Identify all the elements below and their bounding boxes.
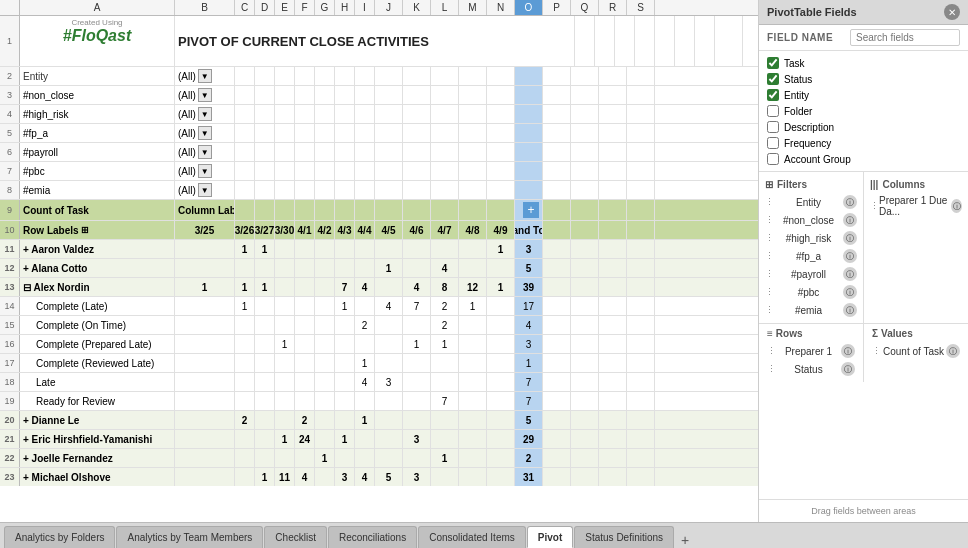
filter-entity-value[interactable]: (All) ▼ — [175, 67, 235, 85]
nonclose-dropdown[interactable]: ▼ — [198, 88, 212, 102]
payroll-info-btn[interactable]: ⓘ — [843, 267, 857, 281]
row-labels-filter-icon[interactable]: ⊞ — [81, 225, 89, 235]
highrisk-drag-handle[interactable]: ⋮ — [765, 233, 774, 243]
pbc-dropdown[interactable]: ▼ — [198, 164, 212, 178]
emia-drag-handle[interactable]: ⋮ — [765, 305, 774, 315]
pivot-title: PIVOT OF CURRENT CLOSE ACTIVITIES — [178, 34, 429, 49]
r2c7 — [315, 67, 335, 85]
preparer1-row-drag[interactable]: ⋮ — [767, 346, 776, 356]
filter-pbc-row: 7 #pbc (All)▼ — [0, 162, 758, 181]
tab-status-definitions[interactable]: Status Definitions — [574, 526, 674, 548]
add-sheet-button[interactable]: + — [675, 532, 695, 548]
filter-emia-text: #emia — [795, 305, 822, 316]
field-name-label: FIELD NAME — [767, 32, 833, 43]
tab-consolidated[interactable]: Consolidated Items — [418, 526, 526, 548]
field-folder: Folder — [767, 103, 960, 119]
grid-scroll[interactable]: 1 Created Using #FloQast PIVOT OF CURREN… — [0, 16, 758, 486]
rows-values-area: ≡ Rows ⋮ Preparer 1 ⓘ ⋮ Status ⓘ — [759, 323, 968, 382]
emia-dropdown[interactable]: ▼ — [198, 183, 212, 197]
highrisk-dropdown[interactable]: ▼ — [198, 107, 212, 121]
pivot-fields-title: PivotTable Fields — [767, 6, 857, 18]
payroll-drag-handle[interactable]: ⋮ — [765, 269, 774, 279]
date-44: 4/4 — [355, 221, 375, 239]
nonclose-info-btn[interactable]: ⓘ — [843, 213, 857, 227]
values-panel-title: Σ Values — [872, 328, 960, 339]
filter-entity-item: ⋮ Entity ⓘ — [765, 193, 857, 211]
col-header-g: G — [315, 0, 335, 15]
status-row-info[interactable]: ⓘ — [841, 362, 855, 376]
status-row-drag[interactable]: ⋮ — [767, 364, 776, 374]
field-task-checkbox[interactable] — [767, 57, 779, 69]
col-header-a: A — [20, 0, 175, 15]
preparer1-row-info[interactable]: ⓘ — [841, 344, 855, 358]
r2c3 — [235, 67, 255, 85]
col-headers-row: A B C D E F G H I J K L M N O P Q R S — [0, 0, 758, 16]
field-folder-checkbox[interactable] — [767, 105, 779, 117]
r2c18 — [599, 67, 627, 85]
col-header-s: S — [627, 0, 655, 15]
col-header-i: I — [355, 0, 375, 15]
field-frequency-label: Frequency — [784, 138, 831, 149]
pbc-drag-handle[interactable]: ⋮ — [765, 287, 774, 297]
field-entity-label: Entity — [784, 90, 809, 101]
add-column-button[interactable]: + — [523, 202, 539, 218]
filter-emia-row: 8 #emia (All)▼ — [0, 181, 758, 200]
payroll-dropdown[interactable]: ▼ — [198, 145, 212, 159]
field-description-checkbox[interactable] — [767, 121, 779, 133]
filter-payroll-item: ⋮ #payroll ⓘ — [765, 265, 857, 283]
count-value-drag[interactable]: ⋮ — [872, 346, 881, 356]
filter-nonclose-val[interactable]: (All)▼ — [175, 86, 235, 104]
tab-pivot[interactable]: Pivot — [527, 526, 573, 548]
r2c8 — [335, 67, 355, 85]
row-alana-cotto: 12 + Alana Cotto 1 4 5 — [0, 259, 758, 278]
fpa-info-btn[interactable]: ⓘ — [843, 249, 857, 263]
emia-info-btn[interactable]: ⓘ — [843, 303, 857, 317]
search-fields-input[interactable] — [850, 29, 960, 46]
columns-section: ||| Columns ⋮ Preparer 1 Due Da... ⓘ — [864, 172, 968, 323]
highrisk-info-btn[interactable]: ⓘ — [843, 231, 857, 245]
field-task-label: Task — [784, 58, 805, 69]
date-47: 4/7 — [431, 221, 459, 239]
field-entity-checkbox[interactable] — [767, 89, 779, 101]
entity-drag-handle[interactable]: ⋮ — [765, 197, 774, 207]
row-complete-on-time: 15 Complete (On Time) 2 2 4 — [0, 316, 758, 335]
pbc-info-btn[interactable]: ⓘ — [843, 285, 857, 299]
field-account-group-checkbox[interactable] — [767, 153, 779, 165]
preparer1-col-info[interactable]: ⓘ — [951, 199, 962, 213]
nonclose-drag-handle[interactable]: ⋮ — [765, 215, 774, 225]
entity-dropdown[interactable]: ▼ — [198, 69, 212, 83]
tab-reconciliations[interactable]: Reconciliations — [328, 526, 417, 548]
pivot-fields-panel: PivotTable Fields ✕ FIELD NAME Task Stat… — [758, 0, 968, 522]
row-dianne-le: 20 + Dianne Le 2 2 1 5 — [0, 411, 758, 430]
r2c11 — [403, 67, 431, 85]
row-aaron-valdez: 11 + Aaron Valdez 1 1 1 3 — [0, 240, 758, 259]
col-header-c: C — [235, 0, 255, 15]
logo-brand: FloQast — [72, 27, 132, 44]
close-panel-button[interactable]: ✕ — [944, 4, 960, 20]
field-status-checkbox[interactable] — [767, 73, 779, 85]
fpa-dropdown[interactable]: ▼ — [198, 126, 212, 140]
row-labels-date-header: 10 Row Labels ⊞ 3/25 3/26 3/27 3/30 4/1 … — [0, 221, 758, 240]
r2c5 — [275, 67, 295, 85]
date-49: 4/9 — [487, 221, 515, 239]
count-value-info[interactable]: ⓘ — [946, 344, 960, 358]
row-alex-nordin: 13 ⊟ Alex Nordin 1 1 1 7 4 4 8 12 1 39 — [0, 278, 758, 297]
col-header-o: O — [515, 0, 543, 15]
r2c14 — [487, 67, 515, 85]
entity-info-btn[interactable]: ⓘ — [843, 195, 857, 209]
row-labels-cell[interactable]: Row Labels ⊞ — [20, 221, 175, 239]
preparer1-col-drag[interactable]: ⋮ — [870, 201, 879, 211]
row-preparer1-text: Preparer 1 — [785, 346, 832, 357]
tab-analytics-team[interactable]: Analytics by Team Members — [116, 526, 263, 548]
tab-analytics-folders[interactable]: Analytics by Folders — [4, 526, 115, 548]
app-container: A B C D E F G H I J K L M N O P Q R S — [0, 0, 968, 548]
field-frequency: Frequency — [767, 135, 960, 151]
col-header-r: R — [599, 0, 627, 15]
field-frequency-checkbox[interactable] — [767, 137, 779, 149]
date-41: 4/1 — [295, 221, 315, 239]
r2c17 — [571, 67, 599, 85]
fpa-drag-handle[interactable]: ⋮ — [765, 251, 774, 261]
filter-payroll-text: #payroll — [791, 269, 826, 280]
tab-checklist[interactable]: Checklist — [264, 526, 327, 548]
date-327: 3/27 — [255, 221, 275, 239]
